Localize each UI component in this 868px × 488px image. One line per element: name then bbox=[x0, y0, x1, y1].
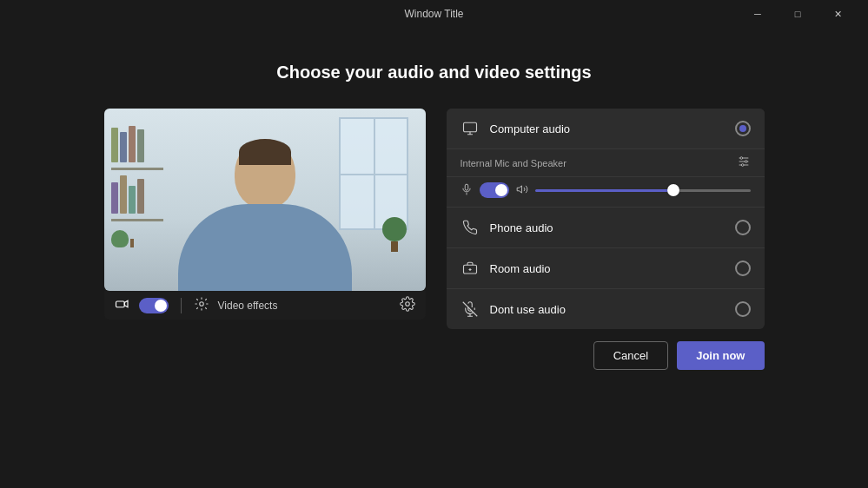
bookshelf-decoration bbox=[111, 126, 163, 274]
titlebar: Window Title ─ □ ✕ bbox=[0, 0, 868, 28]
video-preview bbox=[104, 109, 426, 291]
internal-mic-row: Internal Mic and Speaker bbox=[447, 149, 765, 177]
mic-speaker-label: Internal Mic and Speaker bbox=[461, 158, 730, 168]
mic-toggle[interactable] bbox=[480, 182, 509, 198]
video-effects-label: Video effects bbox=[218, 300, 278, 312]
main-content: Choose your audio and video settings bbox=[0, 28, 868, 488]
room-audio-icon bbox=[461, 259, 480, 278]
audio-option-phone[interactable]: Phone audio bbox=[447, 208, 765, 248]
phone-audio-radio[interactable] bbox=[735, 220, 751, 235]
svg-rect-0 bbox=[116, 301, 124, 307]
window-controls: ─ □ ✕ bbox=[738, 0, 858, 28]
plant-decoration bbox=[382, 217, 407, 252]
join-now-button[interactable]: Join now bbox=[677, 341, 764, 370]
svg-marker-12 bbox=[517, 185, 521, 192]
svg-point-7 bbox=[740, 157, 743, 160]
video-effects-icon bbox=[194, 296, 209, 314]
svg-point-2 bbox=[405, 302, 409, 307]
camera-svg bbox=[115, 296, 130, 312]
phone-audio-icon bbox=[461, 218, 480, 237]
video-effects-button[interactable]: Video effects bbox=[218, 300, 278, 312]
sliders-icon bbox=[737, 155, 751, 171]
cancel-button[interactable]: Cancel bbox=[593, 341, 668, 370]
room-audio-radio[interactable] bbox=[735, 260, 751, 276]
action-buttons: Cancel Join now bbox=[104, 329, 765, 370]
svg-rect-10 bbox=[465, 184, 468, 190]
gear-icon bbox=[400, 296, 415, 312]
room-audio-label: Room audio bbox=[490, 262, 735, 275]
audio-settings-panel: Computer audio Internal Mic and Speaker bbox=[447, 109, 765, 329]
content-row: Video effects bbox=[104, 109, 765, 329]
phone-audio-label: Phone audio bbox=[490, 221, 735, 234]
audio-option-room[interactable]: Room audio bbox=[447, 248, 765, 289]
computer-audio-label: Computer audio bbox=[490, 122, 735, 135]
camera-toggle[interactable] bbox=[139, 298, 169, 313]
maximize-button[interactable]: □ bbox=[778, 0, 818, 28]
volume-slider[interactable] bbox=[535, 189, 751, 192]
svg-rect-3 bbox=[463, 122, 476, 132]
svg-point-8 bbox=[745, 161, 747, 163]
minimize-button[interactable]: ─ bbox=[738, 0, 778, 28]
svg-point-1 bbox=[199, 302, 203, 307]
video-panel: Video effects bbox=[104, 109, 426, 320]
window-title: Window Title bbox=[404, 8, 463, 20]
audio-option-none[interactable]: Dont use audio bbox=[447, 289, 765, 329]
close-button[interactable]: ✕ bbox=[818, 0, 858, 28]
video-settings-button[interactable] bbox=[400, 296, 415, 314]
video-controls-bar: Video effects bbox=[104, 291, 426, 320]
computer-audio-icon bbox=[461, 119, 480, 138]
no-audio-radio[interactable] bbox=[735, 301, 751, 317]
no-audio-icon bbox=[461, 300, 480, 319]
person-figure bbox=[178, 139, 352, 291]
microphone-icon bbox=[461, 183, 473, 198]
controls-divider bbox=[181, 298, 182, 313]
volume-mic-row bbox=[447, 177, 765, 208]
camera-icon bbox=[115, 296, 130, 314]
no-audio-label: Dont use audio bbox=[490, 303, 735, 316]
page-title: Choose your audio and video settings bbox=[276, 63, 591, 82]
speaker-icon bbox=[516, 183, 528, 198]
svg-point-9 bbox=[741, 164, 744, 167]
audio-option-computer[interactable]: Computer audio bbox=[447, 109, 765, 149]
computer-audio-radio[interactable] bbox=[735, 121, 751, 136]
